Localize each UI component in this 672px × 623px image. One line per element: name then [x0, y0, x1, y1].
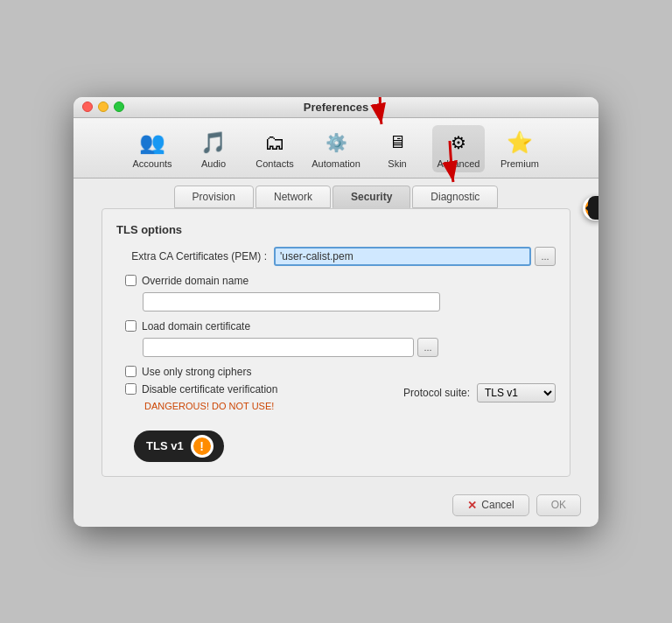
pem-label: Extra CA Certificates (PEM) :	[116, 250, 274, 262]
audio-label: Audio	[201, 158, 226, 169]
tls-warning-badge: !	[191, 435, 214, 458]
advanced-icon: ⚙	[444, 129, 472, 157]
tabs-row: Provision Network Security Diagnostic	[74, 178, 598, 208]
tls-pill: TLS v1 !	[134, 430, 224, 462]
toolbar-item-audio[interactable]: 🎵 Audio	[187, 125, 240, 172]
maximize-button[interactable]	[114, 102, 124, 112]
ok-button[interactable]: OK	[536, 494, 581, 516]
disable-cert-row: Disable certificate verification	[116, 383, 277, 396]
tab-security[interactable]: Security	[332, 186, 410, 208]
strong-ciphers-row: Use only strong ciphers	[116, 366, 556, 378]
toolbar-item-advanced[interactable]: ⚙ Advanced	[432, 125, 485, 172]
tls-pill-area: TLS v1 !	[116, 424, 556, 462]
minimize-button[interactable]	[98, 102, 108, 112]
advanced-label: Advanced	[438, 158, 480, 169]
audio-icon: 🎵	[200, 129, 228, 157]
pem-browse-button[interactable]: ...	[535, 247, 556, 266]
automation-icon: ⚙️	[322, 129, 350, 157]
disable-protocol-row: Disable certificate verification DANGERO…	[116, 383, 556, 418]
cancel-button[interactable]: ✕ Cancel	[452, 494, 528, 516]
premium-label: Premium	[500, 158, 539, 169]
cert-input-row: ...	[116, 338, 556, 357]
premium-icon: ⭐	[506, 129, 534, 157]
override-domain-checkbox[interactable]	[125, 275, 136, 286]
toolbar-item-automation[interactable]: ⚙️ Automation	[310, 125, 362, 172]
disable-cert-group: Disable certificate verification DANGERO…	[116, 383, 277, 418]
protocol-label: Protocol suite:	[403, 387, 470, 399]
tab-network[interactable]: Network	[256, 186, 331, 208]
tab-diagnostic[interactable]: Diagnostic	[412, 186, 498, 208]
content-wrapper: TLS options Extra CA Certificates (PEM) …	[74, 208, 598, 487]
override-domain-row: Override domain name	[116, 275, 556, 287]
disable-cert-checkbox[interactable]	[125, 383, 136, 395]
danger-text: DANGEROUS! DO NOT USE!	[116, 401, 277, 411]
section-title: TLS options	[116, 223, 556, 236]
tooltip-area: ! Select .pem file	[583, 196, 598, 220]
toolbar-item-accounts[interactable]: 👥 Accounts	[126, 125, 178, 172]
domain-input[interactable]	[143, 292, 440, 312]
pem-tooltip: Select .pem file	[588, 196, 598, 220]
toolbar-item-contacts[interactable]: 🗂 Contacts	[248, 125, 301, 172]
load-cert-checkbox[interactable]	[125, 320, 136, 332]
strong-ciphers-label: Use only strong ciphers	[142, 366, 251, 378]
titlebar: Preferences	[74, 97, 598, 118]
pem-input[interactable]	[274, 247, 531, 266]
strong-ciphers-checkbox[interactable]	[125, 366, 136, 377]
load-cert-row: Load domain certificate	[116, 320, 556, 332]
tab-provision[interactable]: Provision	[174, 186, 254, 208]
cancel-x-icon: ✕	[467, 499, 477, 512]
preferences-window: Preferences 👥 Accounts 🎵 Audio 🗂 Contact…	[74, 97, 598, 527]
toolbar-item-skin[interactable]: 🖥 Skin	[371, 125, 424, 172]
window-title: Preferences	[304, 101, 368, 114]
tabs-area: Provision Network Security Diagnostic	[74, 178, 598, 208]
accounts-label: Accounts	[132, 158, 172, 169]
automation-label: Automation	[312, 158, 360, 169]
load-cert-label: Load domain certificate	[142, 320, 250, 332]
disable-cert-label: Disable certificate verification	[142, 383, 277, 396]
override-domain-label: Override domain name	[142, 275, 248, 287]
skin-icon: 🖥	[383, 129, 411, 157]
cert-browse-button[interactable]: ...	[417, 338, 438, 357]
toolbar-item-premium[interactable]: ⭐ Premium	[494, 125, 546, 172]
domain-input-row	[116, 292, 556, 312]
pem-row: Extra CA Certificates (PEM) : ...	[116, 247, 556, 266]
accounts-icon: 👥	[138, 129, 166, 157]
close-button[interactable]	[82, 102, 93, 112]
toolbar: 👥 Accounts 🎵 Audio 🗂 Contacts ⚙️ Automat…	[74, 118, 598, 178]
cert-input[interactable]	[143, 338, 414, 357]
footer: ✕ Cancel OK	[74, 487, 598, 527]
skin-label: Skin	[388, 158, 406, 169]
protocol-suite-row: Protocol suite: TLS v1 TLS v1.1 TLS v1.2…	[403, 383, 556, 402]
contacts-label: Contacts	[256, 158, 293, 169]
protocol-select[interactable]: TLS v1 TLS v1.1 TLS v1.2 SSL v3	[477, 383, 556, 402]
contacts-icon: 🗂	[261, 129, 289, 157]
toolbar-section: 👥 Accounts 🎵 Audio 🗂 Contacts ⚙️ Automat…	[74, 118, 598, 178]
traffic-lights	[82, 102, 124, 112]
content-panel: TLS options Extra CA Certificates (PEM) …	[102, 208, 570, 477]
